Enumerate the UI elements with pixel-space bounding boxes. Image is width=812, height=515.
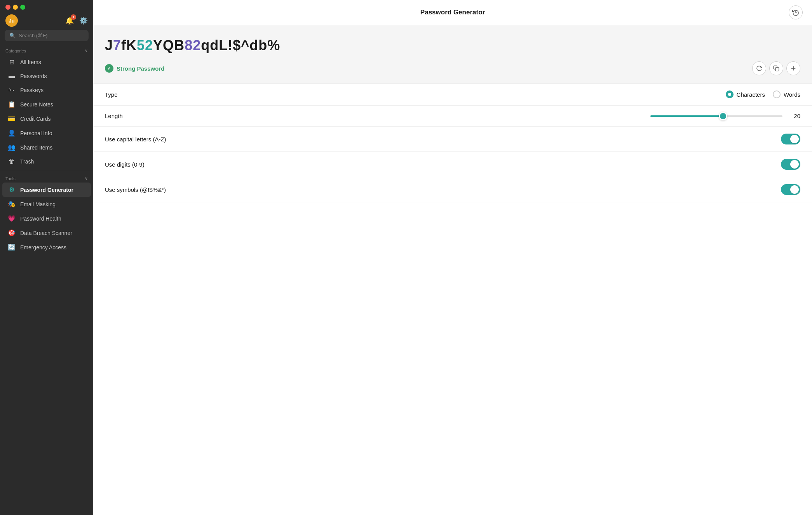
options-area: Type Characters Words Length 20: [93, 84, 812, 515]
digits-label: Use digits (0-9): [105, 161, 781, 168]
sidebar-item-all-items[interactable]: ⊞ All Items: [2, 55, 91, 69]
tools-chevron-icon: ∨: [85, 176, 88, 181]
copy-button[interactable]: [769, 61, 783, 75]
close-dot[interactable]: [5, 5, 10, 10]
type-row: Type Characters Words: [93, 84, 812, 106]
password-health-icon: 💗: [8, 215, 16, 222]
type-label: Type: [105, 91, 726, 98]
sidebar-item-data-breach-scanner[interactable]: 🎯 Data Breach Scanner: [2, 226, 91, 240]
sidebar-item-credit-cards[interactable]: 💳 Credit Cards: [2, 111, 91, 126]
sidebar-item-label: Personal Info: [20, 130, 52, 136]
passkeys-icon: 🗝: [8, 87, 16, 94]
slider-thumb[interactable]: [719, 112, 727, 120]
characters-radio[interactable]: [726, 90, 734, 98]
notification-button[interactable]: 🔔 1: [65, 16, 74, 25]
slider-fill: [650, 115, 723, 117]
toggle-thumb: [790, 135, 799, 143]
sidebar-item-email-masking[interactable]: 🎭 Email Masking: [2, 197, 91, 211]
sidebar-item-passkeys[interactable]: 🗝 Passkeys: [2, 83, 91, 97]
divider: [0, 171, 93, 171]
password-generator-icon: ⚙: [8, 186, 16, 193]
sidebar-item-password-generator[interactable]: ⚙ Password Generator: [2, 183, 91, 197]
sidebar-item-label: Emergency Access: [20, 244, 66, 251]
toggle-thumb: [790, 160, 799, 169]
capital-letters-row: Use capital letters (A-Z): [93, 127, 812, 152]
page-title: Password Generator: [420, 9, 485, 16]
sidebar-item-label: Shared Items: [20, 144, 52, 151]
data-breach-scanner-icon: 🎯: [8, 229, 16, 237]
minimize-dot[interactable]: [13, 5, 18, 10]
sidebar-item-label: Passkeys: [20, 87, 44, 93]
type-radio-group: Characters Words: [726, 90, 800, 98]
credit-cards-icon: 💳: [8, 115, 16, 122]
password-footer: ✓ Strong Password: [105, 61, 800, 75]
avatar[interactable]: Ju: [5, 14, 18, 27]
digits-toggle[interactable]: [781, 159, 800, 170]
pw-part-3: fK: [121, 37, 137, 53]
symbols-label: Use symbols (@!$%&*): [105, 186, 781, 193]
capital-letters-toggle[interactable]: [781, 134, 800, 144]
main-content: Password Generator J7fK52YQB82qdL!$^db% …: [93, 0, 812, 515]
refresh-button[interactable]: [752, 61, 766, 75]
emergency-access-icon: 🔄: [8, 244, 16, 251]
digits-row: Use digits (0-9): [93, 152, 812, 177]
sidebar-item-passwords[interactable]: ▬ Passwords: [2, 69, 91, 83]
sidebar-item-label: Trash: [20, 158, 34, 165]
svg-rect-0: [775, 68, 779, 71]
sidebar-item-emergency-access[interactable]: 🔄 Emergency Access: [2, 240, 91, 254]
slider-container: 20: [453, 113, 800, 119]
sidebar-item-label: Credit Cards: [20, 116, 51, 122]
length-label: Length: [105, 113, 453, 119]
sidebar-item-label: Password Generator: [20, 187, 73, 193]
categories-label: Categories ∨: [0, 46, 93, 55]
search-placeholder: Search (⌘F): [19, 33, 47, 38]
sidebar-item-trash[interactable]: 🗑 Trash: [2, 155, 91, 169]
shared-items-icon: 👥: [8, 144, 16, 151]
sidebar-item-label: Data Breach Scanner: [20, 230, 72, 236]
type-words-option[interactable]: Words: [773, 90, 800, 98]
strength-label: Strong Password: [117, 65, 164, 72]
sidebar-item-password-health[interactable]: 💗 Password Health: [2, 211, 91, 226]
strength-badge: ✓ Strong Password: [105, 64, 164, 73]
pw-part-2: 7: [113, 37, 121, 53]
sidebar-item-label: Secure Notes: [20, 101, 53, 108]
pw-part-6: 82: [185, 37, 201, 53]
words-label: Words: [784, 91, 800, 98]
add-button[interactable]: [786, 61, 800, 75]
length-value: 20: [789, 113, 800, 119]
symbols-toggle[interactable]: [781, 184, 800, 195]
sidebar-item-secure-notes[interactable]: 📋 Secure Notes: [2, 97, 91, 111]
strength-icon: ✓: [105, 64, 113, 73]
maximize-dot[interactable]: [20, 5, 25, 10]
action-buttons: [752, 61, 800, 75]
pw-part-1: J: [105, 37, 113, 53]
length-row: Length 20: [93, 106, 812, 127]
titlebar: [0, 0, 93, 14]
tools-label: Tools ∨: [0, 174, 93, 183]
type-characters-option[interactable]: Characters: [726, 90, 765, 98]
length-slider[interactable]: [650, 115, 782, 117]
secure-notes-icon: 📋: [8, 101, 16, 108]
notification-badge: 1: [71, 14, 76, 20]
search-bar[interactable]: 🔍 Search (⌘F): [5, 30, 89, 41]
pw-part-7: qdL!$^db%: [201, 37, 280, 53]
pw-part-4: 52: [137, 37, 153, 53]
email-masking-icon: 🎭: [8, 200, 16, 208]
history-button[interactable]: [789, 5, 803, 19]
generated-password: J7fK52YQB82qdL!$^db%: [105, 37, 800, 54]
characters-label: Characters: [737, 91, 765, 98]
sidebar-item-personal-info[interactable]: 👤 Personal Info: [2, 126, 91, 140]
symbols-row: Use symbols (@!$%&*): [93, 177, 812, 202]
settings-button[interactable]: ⚙️: [79, 16, 88, 25]
sidebar-top-icons: Ju 🔔 1 ⚙️: [0, 14, 93, 30]
capital-letters-label: Use capital letters (A-Z): [105, 136, 781, 143]
toggle-thumb: [790, 185, 799, 194]
all-items-icon: ⊞: [8, 58, 16, 66]
main-header: Password Generator: [93, 0, 812, 25]
sidebar-item-label: Email Masking: [20, 201, 56, 207]
words-radio[interactable]: [773, 90, 781, 98]
categories-chevron-icon: ∨: [85, 48, 88, 53]
traffic-lights: [5, 5, 25, 10]
sidebar-item-shared-items[interactable]: 👥 Shared Items: [2, 140, 91, 155]
sidebar-item-label: Passwords: [20, 73, 47, 79]
